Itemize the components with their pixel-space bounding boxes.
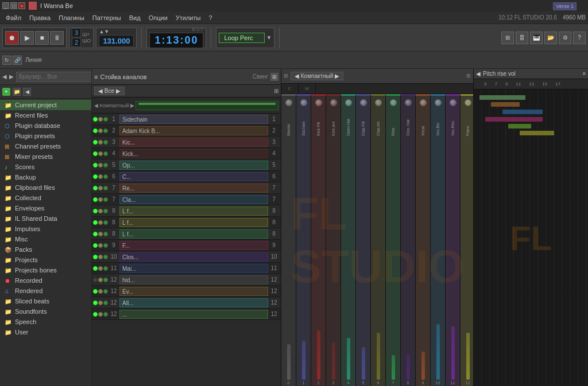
browser-item-speech[interactable]: 📁Speech — [0, 317, 91, 327]
browser-item-scores[interactable]: ♪Scores — [0, 162, 91, 172]
pause-btn[interactable]: ⏸ — [50, 31, 64, 45]
ch-solo-dot-4[interactable] — [103, 163, 108, 167]
ch-name-5[interactable]: C... — [119, 172, 268, 181]
ch-name-17[interactable]: ... — [119, 310, 268, 319]
mixer-strip-master[interactable]: Master 0 — [281, 94, 296, 386]
channel-row-2[interactable]: 3 Kic... 3 — [92, 137, 281, 148]
channel-row-6[interactable]: 7 Re... 7 — [92, 182, 281, 194]
mix-knob-0[interactable] — [285, 99, 292, 106]
ch-solo-dot-8[interactable] — [103, 209, 108, 213]
ch-mute-dot-15[interactable] — [98, 289, 103, 294]
channel-row-0[interactable]: 1 Sidechain 1 — [92, 114, 281, 125]
mixer-strip-vocal[interactable]: Vocal 9 — [416, 94, 431, 386]
mix-knob-10[interactable] — [435, 99, 442, 106]
ch-solo-dot-15[interactable] — [103, 289, 108, 294]
ch-active-dot-2[interactable] — [93, 140, 98, 145]
mixer-strip-clap.etc[interactable]: Clap.etc 6 — [371, 94, 386, 386]
ch-name-3[interactable]: Kick... — [119, 149, 268, 158]
browser-item-plugin-database[interactable]: ⬡Plugin database — [0, 120, 91, 131]
minimize-btn[interactable]: _ — [2, 2, 9, 9]
ch-active-dot-7[interactable] — [93, 197, 98, 202]
pattern-expand-btn[interactable]: ▼ — [266, 34, 272, 41]
ch-active-dot-8[interactable] — [93, 209, 98, 213]
ch-active-dot-1[interactable] — [93, 128, 98, 133]
mix-knob-4[interactable] — [345, 99, 352, 106]
browser-item-backup[interactable]: 📁Backup — [0, 172, 91, 182]
browser-collapse-btn[interactable]: ◀ — [23, 88, 31, 96]
mixer-strip-ride[interactable]: Ride 7 — [386, 94, 401, 386]
mix-fader-12[interactable] — [466, 333, 470, 380]
browser-btn[interactable]: 📂 — [544, 32, 557, 44]
channel-row-8[interactable]: 8 L f... 8 — [92, 205, 281, 217]
close-btn[interactable]: × — [18, 2, 25, 9]
ch-active-dot-5[interactable] — [93, 174, 98, 179]
browser-item-plugin-presets[interactable]: ⬡Plugin presets — [0, 131, 91, 141]
mixer-strip-open-hat[interactable]: Open Hat 4 — [341, 94, 356, 386]
ch-active-dot-9[interactable] — [93, 220, 98, 225]
ch-name-4[interactable]: Op... — [119, 161, 268, 170]
browser-item-projects-bones[interactable]: 📁Projects bones — [0, 265, 91, 275]
mixer-strip-piano[interactable]: Piano 12 — [461, 94, 473, 386]
channel-row-15[interactable]: 12 Ev... 12 — [92, 286, 281, 297]
mix-knob-7[interactable] — [390, 99, 397, 106]
ch-name-0[interactable]: Sidechain — [119, 115, 268, 124]
ch-mute-dot-1[interactable] — [98, 128, 103, 133]
ch-name-15[interactable]: Ev... — [119, 287, 268, 296]
mix-fader-10[interactable] — [436, 324, 440, 380]
ch-name-6[interactable]: Re... — [119, 184, 268, 193]
channel-row-13[interactable]: 11 Mai... 11 — [92, 263, 281, 274]
mix-knob-8[interactable] — [405, 99, 412, 106]
mix-fader-0[interactable] — [287, 344, 291, 380]
mixer-strip-kick-fill[interactable]: Kick Fill 2 — [311, 94, 326, 386]
channel-row-1[interactable]: 2 Adam Kick B... 2 — [92, 125, 281, 137]
mix-fader-5[interactable] — [362, 347, 365, 380]
menu-options[interactable]: Опции — [145, 13, 171, 22]
mixer-filter-btn[interactable]: ◀ Компактный ▶ — [291, 72, 343, 80]
channel-row-11[interactable]: 9 F... 9 — [92, 240, 281, 251]
ch-active-dot-15[interactable] — [93, 289, 98, 294]
ch-solo-dot-5[interactable] — [103, 174, 108, 179]
browser-item-soundfonts[interactable]: 📁Soundfonts — [0, 306, 91, 317]
ch-mute-dot-4[interactable] — [98, 163, 103, 167]
ch-active-dot-16[interactable] — [93, 301, 98, 305]
ch-solo-dot-16[interactable] — [103, 301, 108, 305]
ch-name-16[interactable]: All... — [119, 298, 268, 307]
browser-back-btn[interactable]: ◀ — [2, 73, 7, 80]
channel-rack-grid-btn[interactable]: ⊞ — [270, 73, 278, 81]
big-mixer[interactable]: Master 0 Sid.hain 1 Kick Fill 2 Kick.are… — [281, 94, 473, 386]
mix-knob-11[interactable] — [450, 99, 457, 106]
ch-mute-dot-5[interactable] — [98, 174, 103, 179]
beats-top[interactable]: 3 — [72, 28, 81, 37]
browser-item-current-project[interactable]: 📁Current project — [0, 100, 91, 110]
ch-solo-dot-1[interactable] — [103, 128, 108, 133]
ch-mute-dot-17[interactable] — [98, 312, 103, 317]
ch-solo-dot-11[interactable] — [103, 243, 108, 248]
ch-active-dot-12[interactable] — [93, 255, 98, 259]
browser-item-envelopes[interactable]: 📁Envelopes — [0, 203, 91, 213]
ch-solo-dot-10[interactable] — [103, 232, 108, 236]
ch-mute-dot-8[interactable] — [98, 209, 103, 213]
mix-knob-2[interactable] — [315, 99, 322, 106]
ch-name-7[interactable]: Cla... — [119, 195, 268, 204]
mixer-strip-kick.are[interactable]: Kick.are 3 — [326, 94, 341, 386]
ch-solo-dot-7[interactable] — [103, 197, 108, 202]
pattern-display[interactable]: Loop Perc — [219, 33, 265, 43]
ch-name-14[interactable]: hid... — [119, 275, 268, 284]
browser-item-recorded[interactable]: ⏺Recorded — [0, 275, 91, 286]
mix-fader-2[interactable] — [317, 330, 320, 380]
mixer-strip-sid.hain[interactable]: Sid.hain 1 — [296, 94, 311, 386]
maximize-btn[interactable]: □ — [10, 2, 17, 9]
browser-item-rendered[interactable]: ♫Rendered — [0, 286, 91, 296]
menu-edit[interactable]: Правка — [26, 13, 54, 22]
ch-name-11[interactable]: F... — [119, 241, 268, 250]
ch-name-9[interactable]: L f... — [119, 218, 268, 227]
tempo-display[interactable]: 131.000 — [99, 35, 134, 47]
ch-solo-dot-13[interactable] — [103, 266, 108, 271]
mix-fader-11[interactable] — [451, 326, 455, 380]
browser-item-packs[interactable]: 📦Packs — [0, 244, 91, 255]
ch-active-dot-17[interactable] — [93, 312, 98, 317]
channel-row-16[interactable]: 12 All... 12 — [92, 297, 281, 309]
beats-bot[interactable]: 2 — [72, 38, 81, 47]
mix-fader-3[interactable] — [332, 342, 335, 380]
ch-solo-dot-6[interactable] — [103, 186, 108, 190]
